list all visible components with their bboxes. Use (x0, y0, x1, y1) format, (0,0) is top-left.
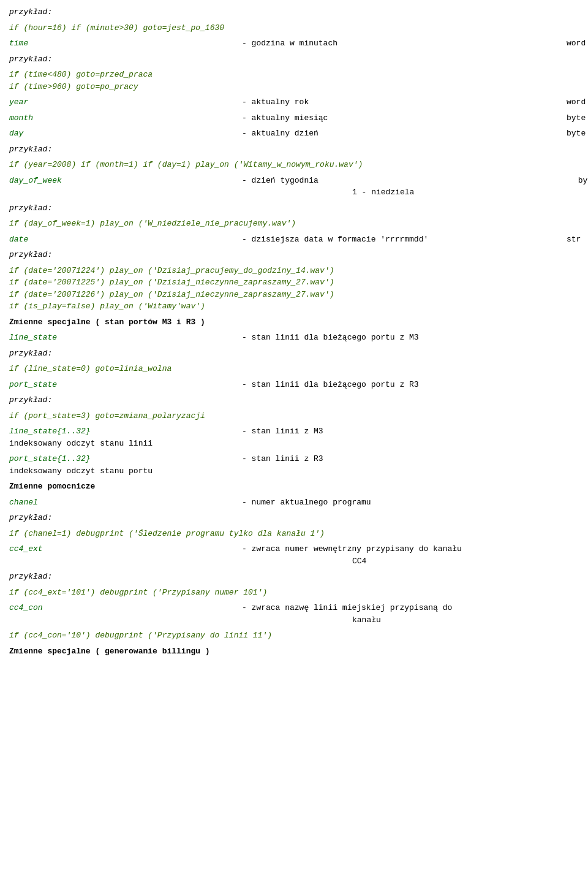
content-line: przykład: (9, 143, 588, 156)
content-line: if (year=2008) if (month=1) if (day=1) p… (9, 159, 588, 171)
content-line: Zmienne specjalne ( generowanie billingu… (9, 645, 588, 658)
content-line: if (port_state=3) goto=zmiana_polaryzacj… (9, 410, 588, 422)
content-line: time- godzina w minutachword (9, 37, 588, 50)
content-line: year- aktualny rokword (9, 96, 588, 108)
content-line: if (day_of_week=1) play_on ('W_niedziele… (9, 218, 588, 230)
content-line: if (line_state=0) goto=linia_wolna (9, 363, 588, 375)
content-line: indeksowany odczyt stanu portu (9, 465, 588, 477)
content-line: Zmienne pomocnicze (9, 481, 588, 493)
content-line: day- aktualny dzieńbyte (9, 127, 588, 140)
content-line: przykład: (9, 6, 588, 18)
content-line: przykład: (9, 249, 588, 261)
content-line: line_state- stan linii dla bieżącego por… (9, 332, 588, 344)
content-line: line_state{1..32}- stan linii z M3 (9, 425, 588, 438)
content-line: przykład: (9, 394, 588, 406)
content-line: date- dzisiejsza data w formacie 'rrrrmm… (9, 234, 588, 246)
content-line: if (date='20071225') play_on ('Dzisiaj_n… (9, 276, 588, 289)
content-line: przykład: (9, 348, 588, 360)
content-line: przykład: (9, 512, 588, 524)
content-line: indeksowany odczyt stanu linii (9, 438, 588, 450)
document: przykład: if (hour=16) if (minute>30) go… (9, 6, 588, 890)
content-line: if (cc4_con='10') debugprint ('Przypisan… (9, 629, 588, 642)
content-line: port_state- stan linii dla bieżącego por… (9, 379, 588, 391)
content-line: przykład: (9, 53, 588, 66)
content-line: if (time>960) goto=po_pracy (9, 81, 588, 93)
content-line: if (is_play=false) play_on ('Witamy'wav'… (9, 300, 588, 313)
content-line: Zmienne specjalne ( stan portów M3 i R3 … (9, 316, 588, 329)
content-line: if (date='20071226') play_on ('Dzisiaj_n… (9, 289, 588, 301)
content-line: if (time<480) goto=przed_praca (9, 69, 588, 81)
content-line: przykład: (9, 202, 588, 215)
content-line: if (chanel=1) debugprint ('Śledzenie pro… (9, 528, 588, 540)
content-line: month- aktualny miesiącbyte (9, 112, 588, 124)
content-line: chanel- numer aktualnego programu (9, 496, 588, 509)
content-line: przykład: (9, 571, 588, 583)
content-line: if (hour=16) if (minute>30) goto=jest_po… (9, 22, 588, 34)
content-line: if (cc4_ext='101') debugprint ('Przypisa… (9, 587, 588, 599)
content-line: if (date='20071224') play_on ('Dzisiaj_p… (9, 265, 588, 277)
content-line: port_state{1..32}- stan linii z R3 (9, 453, 588, 465)
